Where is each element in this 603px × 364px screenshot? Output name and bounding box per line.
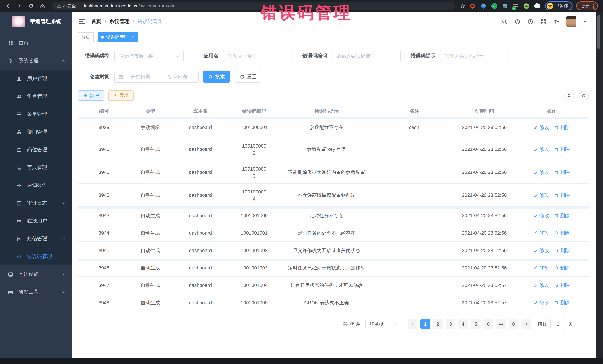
browser-home-button[interactable]: [38, 2, 46, 10]
browser-back-button[interactable]: [4, 2, 12, 10]
sidebar-item-dept-management[interactable]: 部门管理: [0, 123, 72, 141]
error-hint-input[interactable]: [440, 50, 509, 62]
tab-error-code-management[interactable]: 错误码管理 ×: [98, 32, 138, 42]
breadcrumb-item[interactable]: 系统管理: [109, 18, 129, 25]
page-button-1[interactable]: 1: [420, 319, 430, 329]
help-icon[interactable]: [527, 18, 533, 25]
edit-link[interactable]: 修改: [533, 299, 549, 306]
extension-orange-icon[interactable]: [469, 3, 476, 9]
page-ellipsis[interactable]: •••: [496, 319, 506, 329]
address-bar[interactable]: 不安全 dashboard.yudao.iocoder.cn /system/e…: [52, 2, 455, 10]
sidebar-item-notice-announcement[interactable]: 通知公告: [0, 176, 72, 194]
bookmark-star-icon[interactable]: [459, 2, 466, 10]
edit-link[interactable]: 修改: [533, 146, 549, 153]
error-code-type-select[interactable]: 请选择错误码类型: [114, 50, 184, 62]
sidebar-item-online-users[interactable]: 在线用户: [0, 212, 72, 230]
edit-icon: [533, 283, 538, 287]
delete-link[interactable]: 删除: [554, 282, 570, 288]
search-icon[interactable]: [501, 18, 508, 25]
sidebar-item-infrastructure[interactable]: 基础设施: [0, 265, 72, 283]
table-search-toggle-button[interactable]: [564, 91, 574, 100]
error-code-input[interactable]: [332, 50, 401, 62]
sidebar-item-menu-management[interactable]: 菜单管理: [0, 105, 72, 123]
sidebar-item-post-management[interactable]: 岗位管理: [0, 141, 72, 159]
sidebar-item-dict-management[interactable]: 字典管理: [0, 159, 72, 176]
edit-icon: [533, 147, 538, 151]
date-range-picker[interactable]: 开始日期 - 结束日期: [114, 71, 198, 83]
delete-link[interactable]: 删除: [554, 124, 570, 131]
edit-link[interactable]: 修改: [533, 247, 549, 254]
edit-link[interactable]: 修改: [533, 192, 549, 199]
page-button-2[interactable]: 2: [433, 319, 443, 329]
table-refresh-button[interactable]: [579, 91, 589, 100]
delete-link[interactable]: 删除: [554, 169, 570, 176]
extension-grid-icon[interactable]: [501, 3, 508, 9]
search-button[interactable]: 搜索: [203, 71, 230, 83]
edit-link[interactable]: 修改: [533, 169, 549, 176]
delete-link[interactable]: 删除: [554, 229, 570, 236]
extension-switch-icon[interactable]: on: [512, 3, 519, 9]
extension-puzzle-icon[interactable]: [534, 3, 541, 9]
cell-error-hint: 定时任务的处理器已经存在: [278, 227, 375, 239]
next-page-button[interactable]: [521, 319, 531, 329]
export-button[interactable]: 导出: [108, 90, 134, 101]
edit-link[interactable]: 修改: [533, 264, 549, 271]
edit-link[interactable]: 修改: [533, 229, 549, 236]
start-date-input[interactable]: 开始日期: [124, 73, 158, 80]
sidebar-item-user-management[interactable]: 用户管理: [0, 70, 72, 88]
font-size-icon[interactable]: [553, 18, 560, 25]
tab-home[interactable]: 首页: [78, 32, 93, 42]
sidebar-item-role-management[interactable]: 角色管理: [0, 88, 72, 105]
delete-link[interactable]: 删除: [554, 299, 570, 306]
extension-tampermonkey-icon[interactable]: [523, 3, 530, 9]
delete-link[interactable]: 删除: [554, 264, 570, 271]
sidebar-item-dev-tools[interactable]: 研发工具: [0, 283, 72, 301]
page-button-4[interactable]: 4: [458, 319, 468, 329]
browser-update-button[interactable]: 更新: [576, 1, 598, 10]
delete-link[interactable]: 删除: [554, 212, 570, 219]
prev-page-button[interactable]: [408, 319, 417, 329]
browser-menu-dots-icon[interactable]: [593, 5, 594, 7]
end-date-input[interactable]: 结束日期: [161, 73, 195, 80]
extension-green-check-icon[interactable]: [491, 3, 498, 9]
browser-reload-button[interactable]: [27, 2, 35, 10]
extension-gem-icon[interactable]: [480, 3, 487, 9]
sidebar-item-sms-management[interactable]: 短信管理: [0, 230, 72, 248]
reset-button[interactable]: 重置: [235, 71, 261, 83]
edit-link[interactable]: 修改: [533, 282, 549, 288]
hamburger-icon[interactable]: [78, 18, 85, 25]
user-avatar[interactable]: [566, 16, 576, 27]
browser-forward-button[interactable]: [15, 2, 23, 10]
app-logo-row[interactable]: 芋道管理系统: [0, 12, 72, 31]
jump-page-input[interactable]: [550, 319, 565, 329]
add-button[interactable]: 新增: [78, 90, 104, 101]
browser-profile-button[interactable]: 已暂停: [545, 1, 573, 10]
edit-link[interactable]: 修改: [533, 124, 549, 131]
sidebar-item-home[interactable]: 首页: [0, 34, 72, 52]
cell-app-name: dashboard: [171, 227, 230, 239]
page-button-8[interactable]: 8: [509, 319, 518, 329]
scrollbar-thumb[interactable]: [597, 15, 600, 49]
tab-close-icon[interactable]: ×: [131, 35, 135, 39]
table-row: 3943自动生成dashboard1001001000定时任务不存在2021-0…: [78, 207, 589, 224]
page-button-5[interactable]: 5: [471, 319, 481, 329]
cell-error-code: 1001000001: [230, 121, 278, 133]
sidebar-item-audit-log[interactable]: 审计日志: [0, 194, 72, 212]
github-icon[interactable]: [514, 18, 521, 25]
cell-actions: 修改 删除: [514, 210, 589, 221]
delete-link[interactable]: 删除: [554, 146, 570, 153]
page-button-3[interactable]: 3: [446, 319, 455, 329]
delete-link[interactable]: 删除: [554, 192, 570, 199]
page-size-select[interactable]: 10条/页: [365, 319, 400, 329]
org-tree-icon: [16, 129, 22, 135]
breadcrumb-item[interactable]: 首页: [91, 18, 101, 25]
sidebar-item-error-code-management[interactable]: 错误码管理: [0, 248, 72, 265]
cell-create-time: 2021-04-20 23:52:56: [454, 227, 514, 239]
chevron-down-icon[interactable]: [583, 20, 587, 23]
app-name-input[interactable]: [223, 50, 292, 62]
edit-link[interactable]: 修改: [533, 212, 549, 219]
fullscreen-icon[interactable]: [540, 18, 547, 25]
delete-link[interactable]: 删除: [554, 247, 570, 254]
page-button-6[interactable]: 6: [484, 319, 493, 329]
sidebar-item-system-management[interactable]: 系统管理: [0, 52, 72, 70]
